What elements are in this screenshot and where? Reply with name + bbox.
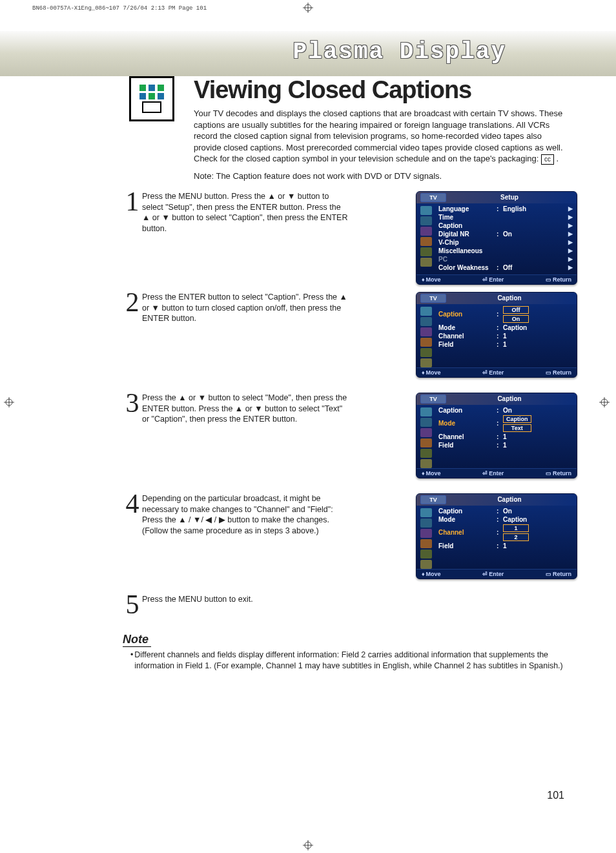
chevron-right-icon: ▶ xyxy=(568,222,573,229)
return-hint: ▭ Return xyxy=(546,369,571,376)
return-hint: ▭ Return xyxy=(546,470,571,477)
cc-symbol-icon: cc xyxy=(541,154,554,165)
move-hint: ♦ Move xyxy=(422,470,441,477)
step-text: Press the MENU button to exit. xyxy=(142,594,349,605)
chevron-right-icon: ▶ xyxy=(568,239,573,245)
step-5: 5 Press the MENU button to exit. xyxy=(123,594,571,620)
return-hint: ▭ Return xyxy=(546,276,571,283)
osd-row-caption: Caption xyxy=(438,407,497,414)
osd-caption-channel: TV Caption Caption:On Mode:Caption Chann… xyxy=(416,493,577,579)
osd-icon-column xyxy=(416,203,436,274)
osd-row-field: Field xyxy=(438,442,497,449)
step-text: Press the MENU button. Press the ▲ or ▼ … xyxy=(142,191,349,235)
osd-row-pc: PC xyxy=(438,256,497,263)
osd-footer-hints: ♦ Move ⏎ Enter ▭ Return xyxy=(416,468,577,478)
enter-hint: ⏎ Enter xyxy=(482,470,504,477)
intro-paragraph: Your TV decodes and displays the closed … xyxy=(194,108,571,165)
print-mark: BN68-00757A-X1Eng_086~107 7/26/04 2:13 P… xyxy=(32,5,207,12)
osd-icon-column xyxy=(416,304,436,367)
osd-setup-menu: TV Setup Language:English▶ Time▶ Caption… xyxy=(416,191,577,285)
osd-icon-column xyxy=(416,506,436,569)
page-title: Viewing Closed Captions xyxy=(194,76,571,104)
step-number: 5 xyxy=(123,589,142,620)
osd-menu-title: Setup xyxy=(446,193,573,202)
step-number: 4 xyxy=(123,488,142,519)
osd-tv-label: TV xyxy=(420,294,446,303)
osd-row-channel: Channel xyxy=(438,333,497,340)
osd-row-caption: Caption xyxy=(438,222,497,229)
osd-row-digital-nr: Digital NR xyxy=(438,231,497,238)
step-1: 1 Press the MENU button. Press the ▲ or … xyxy=(123,191,571,288)
enter-hint: ⏎ Enter xyxy=(482,571,504,577)
osd-row-channel: Channel xyxy=(438,433,497,440)
chevron-right-icon: ▶ xyxy=(568,205,573,212)
note-heading: Note xyxy=(123,633,151,647)
osd-caption-mode: TV Caption Caption:On Mode: xyxy=(416,393,577,478)
chevron-right-icon: ▶ xyxy=(568,264,573,271)
osd-tv-label: TV xyxy=(420,193,446,202)
osd-row-time: Time xyxy=(438,214,497,221)
note-line: Note: The Caption feature does not work … xyxy=(194,171,571,181)
enter-hint: ⏎ Enter xyxy=(482,369,504,376)
header-graphic-title: Plasma Display xyxy=(293,39,506,65)
step-4: 4 Depending on the particular broadcast,… xyxy=(123,493,571,590)
osd-row-mode: Mode xyxy=(438,420,497,427)
osd-row-field: Field xyxy=(438,542,497,550)
osd-menu-title: Caption xyxy=(446,294,573,303)
option-caption: Caption xyxy=(503,415,531,423)
option-channel-1: 1 xyxy=(503,524,529,532)
step-number: 2 xyxy=(123,287,142,318)
registration-mark-left xyxy=(4,397,17,410)
osd-row-caption: Caption xyxy=(438,508,497,515)
move-hint: ♦ Move xyxy=(422,369,441,376)
registration-mark-top xyxy=(303,3,313,13)
registration-mark-right xyxy=(599,397,612,410)
osd-row-color-weakness: Color Weakness xyxy=(438,264,497,271)
osd-icon-column xyxy=(416,405,436,468)
registration-mark-bottom xyxy=(303,840,313,850)
step-text: Press the ENTER button to select "Captio… xyxy=(142,292,349,325)
note-section: Note •Different channels and fields disp… xyxy=(123,633,571,672)
step-text: Depending on the particular broadcast, i… xyxy=(142,493,349,537)
osd-row-mode: Mode xyxy=(438,324,497,331)
osd-row-misc: Miscellaneous xyxy=(438,247,497,254)
note-body-text: Different channels and fields display di… xyxy=(134,650,571,672)
move-hint: ♦ Move xyxy=(422,571,441,577)
osd-tv-label: TV xyxy=(420,395,446,404)
osd-row-field: Field xyxy=(438,341,497,348)
osd-tv-label: TV xyxy=(420,495,446,504)
osd-row-channel: Channel xyxy=(438,529,497,536)
step-3: 3 Press the ▲ or ▼ button to select "Mod… xyxy=(123,393,571,489)
step-text: Press the ▲ or ▼ button to select "Mode"… xyxy=(142,393,349,426)
osd-caption-onoff: TV Caption Caption: xyxy=(416,292,577,378)
step-2: 2 Press the ENTER button to select "Capt… xyxy=(123,292,571,389)
return-hint: ▭ Return xyxy=(546,571,571,577)
chevron-right-icon: ▶ xyxy=(568,256,573,262)
chevron-right-icon: ▶ xyxy=(568,214,573,220)
enter-hint: ⏎ Enter xyxy=(482,276,504,283)
osd-menu-title: Caption xyxy=(446,395,573,404)
option-text: Text xyxy=(503,424,531,432)
step-number: 1 xyxy=(123,186,142,217)
chevron-right-icon: ▶ xyxy=(568,231,573,237)
chevron-right-icon: ▶ xyxy=(568,247,573,254)
step-number: 3 xyxy=(123,387,142,418)
osd-row-mode: Mode xyxy=(438,516,497,523)
osd-row-language: Language xyxy=(438,205,497,212)
osd-footer-hints: ♦ Move ⏎ Enter ▭ Return xyxy=(416,367,577,377)
option-off: Off xyxy=(503,306,529,314)
osd-menu-title: Caption xyxy=(446,495,573,504)
osd-footer-hints: ♦ Move ⏎ Enter ▭ Return xyxy=(416,274,577,284)
osd-row-caption: Caption xyxy=(438,311,497,318)
title-icon xyxy=(129,76,174,121)
osd-footer-hints: ♦ Move ⏎ Enter ▭ Return xyxy=(416,569,577,579)
page-number: 101 xyxy=(547,790,564,801)
move-hint: ♦ Move xyxy=(422,276,441,283)
option-channel-2: 2 xyxy=(503,533,529,541)
option-on: On xyxy=(503,315,529,323)
osd-row-vchip: V-Chip xyxy=(438,239,497,246)
